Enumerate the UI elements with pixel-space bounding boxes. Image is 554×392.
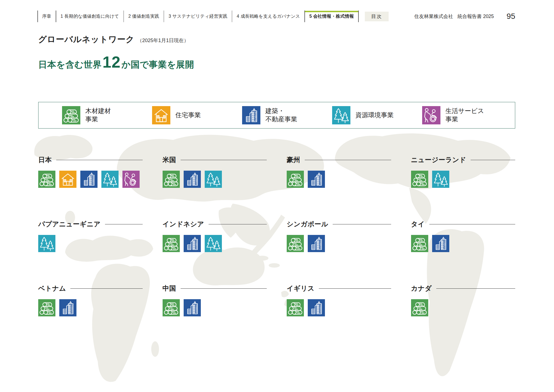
logs-icon xyxy=(38,171,55,188)
country-china: 中国 xyxy=(163,284,267,316)
segment-legend: 木材建材事業住宅事業建築・不動産事業資源環境事業生活サービス事業 xyxy=(38,102,515,129)
as-of-date: （2025年1月1日現在） xyxy=(137,37,189,44)
country-header: ニュージーランド xyxy=(411,155,515,165)
logs-icon xyxy=(287,235,304,252)
header-right: 住友林業株式会社 統合報告書 2025 95 xyxy=(414,12,515,21)
country-segment-icons xyxy=(38,299,143,316)
legend-item-lifestyle: 生活サービス事業 xyxy=(422,106,512,124)
country-header: タイ xyxy=(411,219,515,229)
logs-icon xyxy=(38,299,55,316)
country-grid: 日本米国豪州ニュージーランドパプアニューギニアインドネシアシンガポールタイベトナ… xyxy=(38,155,515,316)
care-icon xyxy=(122,171,140,188)
country-japan: 日本 xyxy=(38,155,143,188)
report-title: 統合報告書 2025 xyxy=(458,13,494,20)
country-segment-icons xyxy=(411,171,515,188)
country-segment-icons xyxy=(411,235,515,252)
legend-item-construction: 建築・不動産事業 xyxy=(242,106,332,124)
country-rule-line xyxy=(333,224,391,224)
legend-label: 住宅事業 xyxy=(175,111,201,119)
country-name: 豪州 xyxy=(287,155,300,164)
country-rule-line xyxy=(305,160,391,160)
nav-item-chapter-2-value-practice[interactable]: 2 価値創造実践 xyxy=(124,11,164,22)
headline-country-count: 12 xyxy=(102,54,120,70)
trees-icon xyxy=(205,235,222,252)
country-header: ベトナム xyxy=(38,284,143,293)
country-header: パプアニューギニア xyxy=(38,219,143,229)
house-icon xyxy=(152,106,170,124)
nav-item-chapter-3-sustainability[interactable]: 3 サステナビリティ経営実践 xyxy=(164,11,232,22)
building-icon xyxy=(432,235,449,252)
trees-icon xyxy=(432,171,449,188)
care-icon xyxy=(422,106,440,124)
country-rule-line xyxy=(56,160,143,160)
country-segment-icons xyxy=(38,171,143,188)
country-rule-line xyxy=(429,224,515,224)
country-header: カナダ xyxy=(411,284,515,293)
headline: 日本を含む世界 12 か国で事業を展開 xyxy=(38,54,194,71)
building-icon xyxy=(59,299,76,316)
legend-item-housing: 住宅事業 xyxy=(152,106,242,124)
company-name: 住友林業株式会社 xyxy=(414,13,453,20)
country-rule-line xyxy=(181,288,267,289)
trees-icon xyxy=(205,171,222,188)
report-page: 序章 1 長期的な価値創造に向けて 2 価値創造実践 3 サステナビリティ経営実… xyxy=(0,0,554,392)
country-name: 米国 xyxy=(163,155,176,164)
country-name: タイ xyxy=(411,220,425,229)
house-icon xyxy=(59,171,76,188)
country-uk: イギリス xyxy=(287,284,391,316)
legend-label: 木材建材事業 xyxy=(85,107,111,124)
country-name: 中国 xyxy=(163,284,176,293)
building-icon xyxy=(308,171,325,188)
country-name: インドネシア xyxy=(163,220,204,229)
country-segment-icons xyxy=(163,171,267,188)
country-canada: カナダ xyxy=(411,284,515,316)
country-rule-line xyxy=(436,288,515,289)
country-name: カナダ xyxy=(411,284,432,293)
country-new-zealand: ニュージーランド xyxy=(411,155,515,188)
building-icon xyxy=(184,235,201,252)
logs-icon xyxy=(163,299,180,316)
building-icon xyxy=(308,299,325,316)
logs-icon xyxy=(62,106,80,124)
page-title: グローバルネットワーク xyxy=(38,34,134,45)
nav-item-chapter-1-value-creation[interactable]: 1 長期的な価値創造に向けて xyxy=(56,11,124,22)
country-rule-line xyxy=(181,160,267,160)
logs-icon xyxy=(163,171,180,188)
country-name: パプアニューギニア xyxy=(38,220,101,229)
trees-icon xyxy=(38,235,55,252)
country-papua-new-guinea: パプアニューギニア xyxy=(38,219,143,252)
country-usa: 米国 xyxy=(163,155,267,188)
top-navigation: 序章 1 長期的な価値創造に向けて 2 価値創造実践 3 サステナビリティ経営実… xyxy=(37,11,515,22)
toc-button[interactable]: 目次 xyxy=(365,12,389,21)
country-header: 米国 xyxy=(163,155,267,165)
nav-divider xyxy=(358,11,359,22)
legend-label: 生活サービス事業 xyxy=(445,107,484,124)
country-rule-line xyxy=(105,224,143,224)
country-header: インドネシア xyxy=(163,219,267,229)
country-segment-icons xyxy=(287,299,391,316)
country-rule-line xyxy=(319,288,391,289)
country-vietnam: ベトナム xyxy=(38,284,143,316)
nav-item-chapter-5-company-stock-info[interactable]: 5 会社情報・株式情報 xyxy=(305,11,358,22)
country-rule-line xyxy=(70,288,142,289)
nav-item-prologue[interactable]: 序章 xyxy=(38,11,56,22)
nav-item-chapter-4-governance[interactable]: 4 成長戦略を支えるガバナンス xyxy=(232,11,304,22)
building-icon xyxy=(184,171,201,188)
country-australia: 豪州 xyxy=(287,155,391,188)
country-segment-icons xyxy=(163,235,267,252)
trees-icon xyxy=(332,106,350,124)
logs-icon xyxy=(163,235,180,252)
country-header: イギリス xyxy=(287,284,391,293)
logs-icon xyxy=(287,299,304,316)
country-rule-line xyxy=(471,160,515,160)
building-icon xyxy=(242,106,260,124)
country-segment-icons xyxy=(287,235,391,252)
country-header: シンガポール xyxy=(287,219,391,229)
country-segment-icons xyxy=(38,235,143,252)
section-title-row: グローバルネットワーク （2025年1月1日現在） xyxy=(38,34,189,45)
legend-label: 建築・不動産事業 xyxy=(265,107,297,124)
building-icon xyxy=(184,299,201,316)
country-singapore: シンガポール xyxy=(287,219,391,252)
country-name: 日本 xyxy=(38,155,52,164)
country-segment-icons xyxy=(163,299,267,316)
